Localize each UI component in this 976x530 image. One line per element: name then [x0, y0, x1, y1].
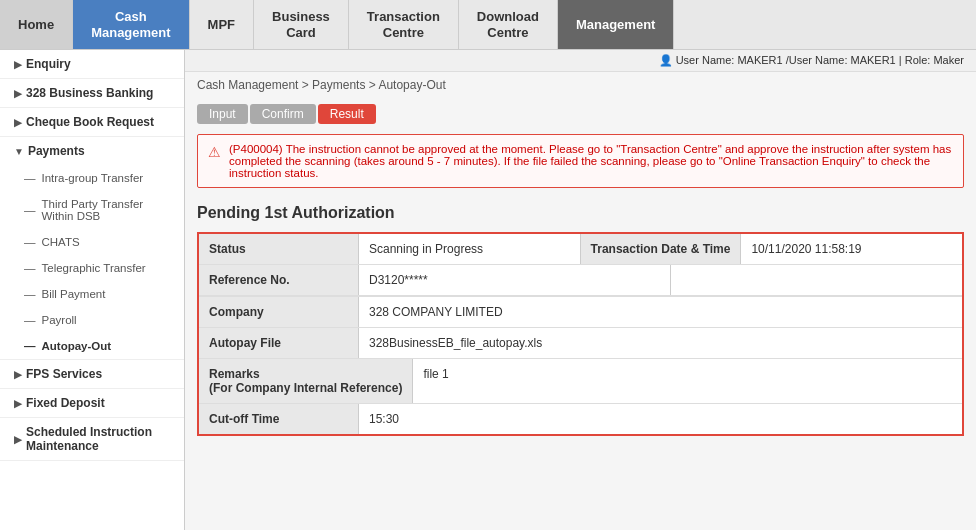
company-label: Company — [199, 297, 359, 327]
chevron-right-icon-6: ▶ — [14, 434, 22, 445]
sidebar-section-fps: ▶ FPS Services — [0, 360, 184, 389]
sidebar-item-cheque[interactable]: ▶ Cheque Book Request — [0, 108, 184, 136]
sidebar-section-scheduled: ▶ Scheduled Instruction Maintenance — [0, 418, 184, 461]
nav-cash-management[interactable]: CashManagement — [73, 0, 189, 49]
sidebar-item-scheduled[interactable]: ▶ Scheduled Instruction Maintenance — [0, 418, 184, 460]
pending-header: Pending 1st Authorization — [185, 194, 976, 228]
detail-row-company: Company 328 COMPANY LIMITED — [199, 297, 962, 328]
user-bar: 👤 User Name: MAKER1 /User Name: MAKER1 |… — [185, 50, 976, 72]
company-value: 328 COMPANY LIMITED — [359, 297, 962, 327]
txn-date-label: Transaction Date & Time — [580, 234, 742, 264]
autopay-label: Autopay File — [199, 328, 359, 358]
tab-result[interactable]: Result — [318, 104, 376, 124]
dash-icon-5: — — [24, 288, 36, 300]
txn-date-value: 10/11/2020 11:58:19 — [741, 234, 962, 264]
remarks-value: file 1 — [413, 359, 962, 403]
step-tabs: Input Confirm Result — [185, 98, 976, 128]
nav-home[interactable]: Home — [0, 0, 73, 49]
sidebar-section-328: ▶ 328 Business Banking — [0, 79, 184, 108]
sidebar-section-cheque: ▶ Cheque Book Request — [0, 108, 184, 137]
sidebar-section-enquiry: ▶ Enquiry — [0, 50, 184, 79]
person-icon: 👤 — [659, 54, 673, 66]
chevron-right-icon-2: ▶ — [14, 88, 22, 99]
sidebar-section-fixed-deposit: ▶ Fixed Deposit — [0, 389, 184, 418]
main-layout: ▶ Enquiry ▶ 328 Business Banking ▶ Chequ… — [0, 50, 976, 530]
status-value: Scanning in Progress — [359, 234, 580, 264]
autopay-value: 328BusinessEB_file_autopay.xls — [359, 328, 962, 358]
dash-icon-6: — — [24, 314, 36, 326]
chevron-right-icon-3: ▶ — [14, 117, 22, 128]
sidebar-item-intra-group[interactable]: — Intra-group Transfer — [0, 165, 184, 191]
sidebar-item-autopay-out[interactable]: — Autopay-Out — [0, 333, 184, 359]
main-content: 👤 User Name: MAKER1 /User Name: MAKER1 |… — [185, 50, 976, 530]
dash-icon-7: — — [24, 340, 36, 352]
top-navigation: Home CashManagement MPF BusinessCard Tra… — [0, 0, 976, 50]
sidebar-item-328-banking[interactable]: ▶ 328 Business Banking — [0, 79, 184, 107]
nav-mpf[interactable]: MPF — [190, 0, 254, 49]
ref-value: D3120***** — [359, 265, 670, 295]
ref-label: Reference No. — [199, 265, 359, 295]
sidebar-item-telegraphic[interactable]: — Telegraphic Transfer — [0, 255, 184, 281]
error-message-box: ⚠ (P400004) The instruction cannot be ap… — [197, 134, 964, 188]
tab-confirm[interactable]: Confirm — [250, 104, 316, 124]
breadcrumb: Cash Management > Payments > Autopay-Out — [185, 72, 976, 98]
nav-business-card[interactable]: BusinessCard — [254, 0, 349, 49]
sidebar-item-fixed-deposit[interactable]: ▶ Fixed Deposit — [0, 389, 184, 417]
error-icon: ⚠ — [208, 144, 221, 160]
detail-row-status: Status Scanning in Progress Transaction … — [199, 234, 962, 265]
detail-table: Status Scanning in Progress Transaction … — [197, 232, 964, 436]
nav-management[interactable]: Management — [558, 0, 674, 49]
sidebar-item-chats[interactable]: — CHATS — [0, 229, 184, 255]
sidebar-item-bill-payment[interactable]: — Bill Payment — [0, 281, 184, 307]
nav-download-centre[interactable]: DownloadCentre — [459, 0, 558, 49]
detail-row-cutoff: Cut-off Time 15:30 — [199, 404, 962, 434]
sidebar-item-third-party[interactable]: — Third Party Transfer Within DSB — [0, 191, 184, 229]
sidebar-item-enquiry[interactable]: ▶ Enquiry — [0, 50, 184, 78]
detail-row-remarks: Remarks (For Company Internal Reference)… — [199, 359, 962, 404]
status-label: Status — [199, 234, 359, 264]
nav-transaction-centre[interactable]: TransactionCentre — [349, 0, 459, 49]
dash-icon-4: — — [24, 262, 36, 274]
error-text: (P400004) The instruction cannot be appr… — [229, 143, 953, 179]
sidebar-item-fps[interactable]: ▶ FPS Services — [0, 360, 184, 388]
dash-icon-2: — — [24, 204, 36, 216]
cutoff-value: 15:30 — [359, 404, 962, 434]
sidebar: ▶ Enquiry ▶ 328 Business Banking ▶ Chequ… — [0, 50, 185, 530]
sidebar-section-payments: ▼ Payments — Intra-group Transfer — Thir… — [0, 137, 184, 360]
detail-row-autopay: Autopay File 328BusinessEB_file_autopay.… — [199, 328, 962, 359]
cutoff-label: Cut-off Time — [199, 404, 359, 434]
dash-icon: — — [24, 172, 36, 184]
dash-icon-3: — — [24, 236, 36, 248]
detail-row-ref: Reference No. D3120***** — [199, 265, 962, 296]
chevron-down-icon: ▼ — [14, 146, 24, 157]
sidebar-item-payments[interactable]: ▼ Payments — [0, 137, 184, 165]
sidebar-item-payroll[interactable]: — Payroll — [0, 307, 184, 333]
chevron-right-icon-5: ▶ — [14, 398, 22, 409]
user-info: User Name: MAKER1 /User Name: MAKER1 | R… — [676, 54, 964, 66]
tab-input[interactable]: Input — [197, 104, 248, 124]
remarks-label: Remarks (For Company Internal Reference) — [199, 359, 413, 403]
chevron-right-icon-4: ▶ — [14, 369, 22, 380]
chevron-right-icon: ▶ — [14, 59, 22, 70]
